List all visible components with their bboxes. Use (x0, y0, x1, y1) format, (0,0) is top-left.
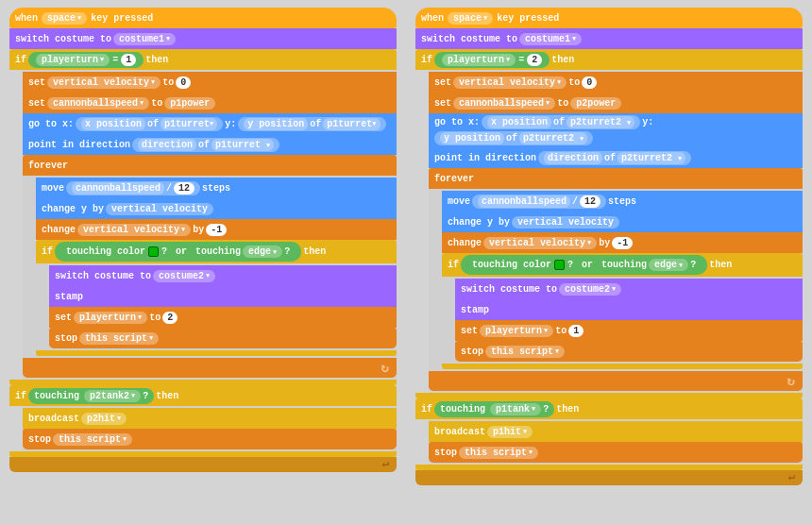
or-condition-left: touching color ? or touching edge ▼ ? (55, 242, 301, 262)
xpos-formula-right[interactable]: x position of p2turret2 ▼ (482, 115, 640, 129)
vert-vel-val-right[interactable]: vertical velocity (512, 216, 619, 229)
switch-costume2-left[interactable]: switch costume to costume2 ▼ (49, 265, 397, 286)
space-dropdown-right[interactable]: space ▼ (448, 12, 493, 25)
if-block-right: if playerturn ▼ = 2 then set vertical ve… (415, 49, 803, 398)
vert-vel-dd-left[interactable]: vertical velocity ▼ (47, 76, 161, 89)
touch-edge-right: touching edge ▼ ? (596, 257, 702, 273)
broadcast-left[interactable]: broadcast p2hit ▼ (23, 408, 397, 429)
touch-color-right: touching color ? (466, 258, 579, 272)
move-block-left[interactable]: move cannonballspeed / 12 steps (36, 178, 397, 198)
move-formula-left[interactable]: cannonballspeed / 12 (66, 181, 200, 195)
costume1-dropdown-left[interactable]: costume1 ▼ (113, 33, 176, 45)
set-cbs-left[interactable]: set cannonballspeed ▼ to p1power (23, 93, 397, 113)
script-left: when space ▼ key pressed switch costume … (9, 8, 397, 517)
p1tank-dd-right[interactable]: p1tank ▼ (490, 403, 541, 415)
change-y-right[interactable]: change y by vertical velocity (442, 212, 803, 232)
edge-dd-right[interactable]: edge ▼ (649, 259, 688, 271)
point-dir-right[interactable]: point in direction direction of p2turret… (429, 147, 803, 168)
if-block-left: if playerturn ▼ = 1 then set vertical ve… (9, 49, 397, 385)
if-touch-right: if touching color ? or touching edge ▼ ? (442, 253, 803, 369)
key-pressed-label: key pressed (91, 13, 153, 24)
move-block-right[interactable]: move cannonballspeed / 12 steps (442, 191, 803, 212)
broadcast-right[interactable]: broadcast p1hit ▼ (429, 421, 803, 442)
p2power-var-right[interactable]: p2power (570, 97, 621, 110)
goto-left[interactable]: go to x: x position of p1turret ▼ y: y p… (23, 113, 397, 134)
p2tank-dd-left[interactable]: p2tank2 ▼ (84, 390, 141, 402)
set-pt-right[interactable]: set playerturn ▼ to 1 (455, 320, 803, 341)
xpos-formula-left[interactable]: x position of p1turret ▼ (76, 117, 223, 131)
stop-right[interactable]: stop this script ▼ (455, 341, 803, 362)
point-dir-left[interactable]: point in direction direction of p1turret… (23, 134, 397, 155)
change-vv-right[interactable]: change vertical velocity ▼ by -1 (442, 232, 803, 253)
p2hit-dd-left[interactable]: p2hit ▼ (81, 413, 127, 425)
hat-block-right[interactable]: when space ▼ key pressed (415, 8, 803, 28)
condition-eq-left: playerturn ▼ = 1 (28, 52, 144, 68)
move-formula-right[interactable]: cannonballspeed / 12 (472, 195, 606, 209)
stop2-dd-right[interactable]: this script ▼ (459, 447, 538, 459)
if-touch-left: if touching color ? or touching edge ▼ ? (36, 240, 397, 356)
stop-dd-right[interactable]: this script ▼ (485, 346, 565, 358)
stop2-left[interactable]: stop this script ▼ (23, 429, 397, 449)
stamp-left[interactable]: stamp (49, 286, 397, 307)
vv-dd-left[interactable]: vertical velocity ▼ (77, 224, 191, 236)
if-tank-left: if touching p2tank2 ▼ ? then broadcast p… (9, 385, 397, 457)
space-dropdown-left[interactable]: space ▼ (42, 12, 87, 25)
stop-left[interactable]: stop this script ▼ (49, 328, 397, 348)
when-label-right: when (421, 13, 444, 24)
script-right: when space ▼ key pressed switch costume … (415, 8, 803, 517)
zero-val-left[interactable]: 0 (176, 76, 191, 89)
dir-formula-left[interactable]: direction of p1turret ▼ (132, 138, 279, 152)
costume1-dropdown-right[interactable]: costume1 ▼ (519, 33, 582, 45)
set-vert-vel-left[interactable]: set vertical velocity ▼ to 0 (23, 72, 397, 93)
goto-right[interactable]: go to x: x position of p2turret2 ▼ y: y … (429, 113, 803, 147)
ypos-formula-right[interactable]: y position of p2turret2 ▼ (434, 131, 593, 145)
neg1-right[interactable]: -1 (612, 237, 633, 249)
stop-dd-left[interactable]: this script ▼ (79, 332, 159, 345)
change-vv-left[interactable]: change vertical velocity ▼ by -1 (36, 219, 397, 240)
forever-block-left: forever move cannonballspeed / 12 steps (23, 155, 397, 378)
set-pt-left[interactable]: set playerturn ▼ to 2 (49, 307, 397, 328)
edge-dd-left[interactable]: edge ▼ (243, 246, 282, 258)
stamp-right[interactable]: stamp (455, 299, 803, 320)
cbs-dd-right[interactable]: cannonballspeed ▼ (453, 97, 555, 110)
pt-val-right[interactable]: 1 (568, 325, 584, 337)
or-condition-right: touching color ? or touching edge ▼ ? (461, 255, 707, 275)
p1power-var-left[interactable]: p1power (164, 97, 215, 110)
playerturn-var-left[interactable]: playerturn ▼ (36, 54, 110, 66)
costume2-dd-left[interactable]: costume2 ▼ (153, 270, 215, 282)
when-label: when (15, 13, 38, 24)
dir-formula-right[interactable]: direction of p2turret2 ▼ (538, 151, 691, 165)
change-y-left[interactable]: change y by vertical velocity (36, 198, 397, 219)
ypos-formula-left[interactable]: y position of p1turret ▼ (238, 117, 385, 131)
vv-dd-right[interactable]: vertical velocity ▼ (483, 237, 597, 249)
if-tank-right: if touching p1tank ▼ ? then broadcast p1… (415, 398, 803, 470)
touch-color-left: touching color ? (60, 245, 173, 259)
costume2-dd-right[interactable]: costume2 ▼ (559, 283, 621, 296)
touch-p2tank-left: touching p2tank2 ▼ ? (28, 388, 154, 404)
set-cbs-right[interactable]: set cannonballspeed ▼ to p2power (429, 93, 803, 113)
zero-val-right[interactable]: 0 (582, 76, 597, 89)
vert-vel-val-left[interactable]: vertical velocity (106, 203, 213, 215)
scratch-container: when space ▼ key pressed switch costume … (0, 0, 812, 525)
set-vert-vel-right[interactable]: set vertical velocity ▼ to 0 (429, 72, 803, 93)
stop2-right[interactable]: stop this script ▼ (429, 442, 803, 463)
switch-costume-right[interactable]: switch costume to costume1 ▼ (415, 28, 803, 49)
touch-edge-left: touching edge ▼ ? (190, 244, 296, 260)
eq-val-left[interactable]: 1 (121, 54, 136, 66)
eq-val-right[interactable]: 2 (527, 54, 542, 66)
pt-val-left[interactable]: 2 (162, 312, 178, 324)
vert-vel-dd-right[interactable]: vertical velocity ▼ (453, 76, 567, 89)
condition-eq-right: playerturn ▼ = 2 (434, 52, 550, 68)
return-icon-right: ↻ (787, 373, 795, 389)
pt-dd-left[interactable]: playerturn ▼ (74, 312, 147, 324)
cbs-dd-left[interactable]: cannonballspeed ▼ (47, 97, 149, 110)
neg1-left[interactable]: -1 (206, 224, 227, 236)
playerturn-var-right[interactable]: playerturn ▼ (442, 54, 516, 66)
hat-block-left[interactable]: when space ▼ key pressed (9, 8, 397, 28)
switch-costume2-right[interactable]: switch costume to costume2 ▼ (455, 279, 803, 299)
pt-dd-right[interactable]: playerturn ▼ (480, 325, 553, 337)
key-pressed-label-right: key pressed (497, 13, 559, 24)
p1hit-dd-right[interactable]: p1hit ▼ (487, 426, 533, 438)
switch-costume-left[interactable]: switch costume to costume1 ▼ (9, 28, 397, 49)
stop2-dd-left[interactable]: this script ▼ (53, 433, 132, 446)
